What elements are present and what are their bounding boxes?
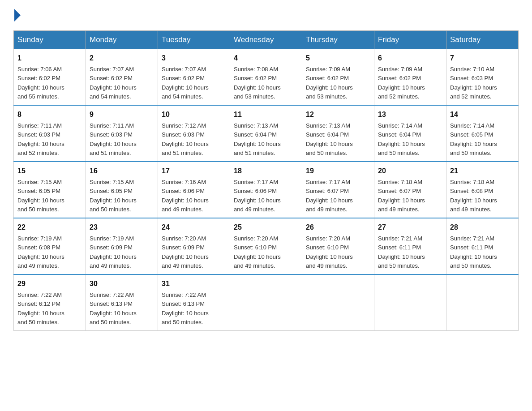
day-number: 17 [162, 166, 226, 176]
calendar-cell: 27Sunrise: 7:21 AMSunset: 6:11 PMDayligh… [374, 218, 446, 274]
day-number: 21 [450, 166, 515, 176]
calendar-cell [446, 274, 519, 331]
day-info: Sunrise: 7:09 AMSunset: 6:02 PMDaylight:… [306, 66, 353, 100]
header-thursday: Thursday [302, 31, 374, 49]
day-info: Sunrise: 7:13 AMSunset: 6:04 PMDaylight:… [306, 122, 353, 156]
day-number: 10 [162, 109, 226, 120]
day-number: 15 [17, 166, 82, 176]
calendar-cell: 17Sunrise: 7:16 AMSunset: 6:06 PMDayligh… [158, 162, 230, 218]
calendar-cell: 3Sunrise: 7:07 AMSunset: 6:02 PMDaylight… [158, 49, 230, 106]
day-info: Sunrise: 7:15 AMSunset: 6:05 PMDaylight:… [17, 179, 64, 213]
day-info: Sunrise: 7:11 AMSunset: 6:03 PMDaylight:… [90, 122, 137, 156]
day-info: Sunrise: 7:22 AMSunset: 6:13 PMDaylight:… [90, 291, 137, 325]
calendar-cell: 19Sunrise: 7:17 AMSunset: 6:07 PMDayligh… [302, 162, 374, 218]
calendar-cell: 13Sunrise: 7:14 AMSunset: 6:04 PMDayligh… [374, 105, 446, 162]
calendar-cell: 12Sunrise: 7:13 AMSunset: 6:04 PMDayligh… [302, 105, 374, 162]
calendar-cell: 2Sunrise: 7:07 AMSunset: 6:02 PMDaylight… [86, 49, 158, 106]
calendar-cell: 16Sunrise: 7:15 AMSunset: 6:05 PMDayligh… [86, 162, 158, 218]
calendar-cell: 8Sunrise: 7:11 AMSunset: 6:03 PMDaylight… [14, 105, 86, 162]
day-number: 9 [90, 109, 154, 120]
day-number: 5 [306, 53, 370, 64]
day-info: Sunrise: 7:18 AMSunset: 6:08 PMDaylight:… [450, 179, 497, 213]
day-number: 27 [378, 222, 442, 233]
day-number: 14 [450, 109, 515, 120]
day-info: Sunrise: 7:17 AMSunset: 6:06 PMDaylight:… [234, 179, 281, 213]
day-info: Sunrise: 7:12 AMSunset: 6:03 PMDaylight:… [162, 122, 209, 156]
calendar-cell: 5Sunrise: 7:09 AMSunset: 6:02 PMDaylight… [302, 49, 374, 106]
calendar-cell: 18Sunrise: 7:17 AMSunset: 6:06 PMDayligh… [230, 162, 302, 218]
day-number: 8 [17, 109, 82, 120]
day-number: 29 [17, 278, 82, 289]
calendar-week-1: 1Sunrise: 7:06 AMSunset: 6:02 PMDaylight… [14, 49, 519, 106]
logo-arrow-icon [14, 9, 21, 21]
day-info: Sunrise: 7:21 AMSunset: 6:11 PMDaylight:… [450, 235, 497, 269]
day-info: Sunrise: 7:08 AMSunset: 6:02 PMDaylight:… [234, 66, 281, 100]
day-info: Sunrise: 7:07 AMSunset: 6:02 PMDaylight:… [162, 66, 209, 100]
calendar-cell: 24Sunrise: 7:20 AMSunset: 6:09 PMDayligh… [158, 218, 230, 274]
header-monday: Monday [86, 31, 158, 49]
day-info: Sunrise: 7:18 AMSunset: 6:07 PMDaylight:… [378, 179, 425, 213]
day-info: Sunrise: 7:10 AMSunset: 6:03 PMDaylight:… [450, 66, 497, 100]
day-number: 18 [234, 166, 298, 176]
calendar-cell: 26Sunrise: 7:20 AMSunset: 6:10 PMDayligh… [302, 218, 374, 274]
calendar-week-3: 15Sunrise: 7:15 AMSunset: 6:05 PMDayligh… [14, 162, 519, 218]
day-info: Sunrise: 7:06 AMSunset: 6:02 PMDaylight:… [17, 66, 64, 100]
calendar-cell: 10Sunrise: 7:12 AMSunset: 6:03 PMDayligh… [158, 105, 230, 162]
calendar-week-5: 29Sunrise: 7:22 AMSunset: 6:12 PMDayligh… [14, 274, 519, 331]
calendar-cell: 14Sunrise: 7:14 AMSunset: 6:05 PMDayligh… [446, 105, 519, 162]
calendar-cell [374, 274, 446, 331]
day-number: 22 [17, 222, 82, 233]
calendar-cell: 4Sunrise: 7:08 AMSunset: 6:02 PMDaylight… [230, 49, 302, 106]
day-info: Sunrise: 7:07 AMSunset: 6:02 PMDaylight:… [90, 66, 137, 100]
calendar-cell: 31Sunrise: 7:22 AMSunset: 6:13 PMDayligh… [158, 274, 230, 331]
day-number: 16 [90, 166, 154, 176]
calendar-cell: 9Sunrise: 7:11 AMSunset: 6:03 PMDaylight… [86, 105, 158, 162]
day-info: Sunrise: 7:19 AMSunset: 6:09 PMDaylight:… [90, 235, 137, 269]
day-number: 30 [90, 278, 154, 289]
day-number: 3 [162, 53, 226, 64]
calendar-cell: 7Sunrise: 7:10 AMSunset: 6:03 PMDaylight… [446, 49, 519, 106]
day-info: Sunrise: 7:09 AMSunset: 6:02 PMDaylight:… [378, 66, 425, 100]
day-number: 13 [378, 109, 442, 120]
calendar-cell: 21Sunrise: 7:18 AMSunset: 6:08 PMDayligh… [446, 162, 519, 218]
day-number: 31 [162, 278, 226, 289]
day-number: 25 [234, 222, 298, 233]
calendar-header-row: SundayMondayTuesdayWednesdayThursdayFrid… [14, 31, 519, 49]
day-info: Sunrise: 7:20 AMSunset: 6:10 PMDaylight:… [234, 235, 281, 269]
calendar-cell: 11Sunrise: 7:13 AMSunset: 6:04 PMDayligh… [230, 105, 302, 162]
day-number: 2 [90, 53, 154, 64]
day-info: Sunrise: 7:15 AMSunset: 6:05 PMDaylight:… [90, 179, 137, 213]
day-number: 4 [234, 53, 298, 64]
header-wednesday: Wednesday [230, 31, 302, 49]
day-number: 24 [162, 222, 226, 233]
day-info: Sunrise: 7:22 AMSunset: 6:12 PMDaylight:… [17, 291, 64, 325]
header-friday: Friday [374, 31, 446, 49]
calendar-cell: 6Sunrise: 7:09 AMSunset: 6:02 PMDaylight… [374, 49, 446, 106]
calendar-cell: 20Sunrise: 7:18 AMSunset: 6:07 PMDayligh… [374, 162, 446, 218]
day-info: Sunrise: 7:22 AMSunset: 6:13 PMDaylight:… [162, 291, 209, 325]
header-saturday: Saturday [446, 31, 519, 49]
day-number: 1 [17, 53, 82, 64]
header-tuesday: Tuesday [158, 31, 230, 49]
day-info: Sunrise: 7:16 AMSunset: 6:06 PMDaylight:… [162, 179, 209, 213]
calendar-week-2: 8Sunrise: 7:11 AMSunset: 6:03 PMDaylight… [14, 105, 519, 162]
logo-text [13, 9, 21, 21]
calendar-cell: 29Sunrise: 7:22 AMSunset: 6:12 PMDayligh… [14, 274, 86, 331]
header-sunday: Sunday [14, 31, 86, 49]
day-number: 26 [306, 222, 370, 233]
day-number: 28 [450, 222, 515, 233]
calendar-table: SundayMondayTuesdayWednesdayThursdayFrid… [13, 30, 519, 331]
calendar-cell: 23Sunrise: 7:19 AMSunset: 6:09 PMDayligh… [86, 218, 158, 274]
logo [13, 9, 21, 21]
day-info: Sunrise: 7:20 AMSunset: 6:10 PMDaylight:… [306, 235, 353, 269]
calendar-cell: 30Sunrise: 7:22 AMSunset: 6:13 PMDayligh… [86, 274, 158, 331]
page-header [13, 9, 519, 21]
day-number: 23 [90, 222, 154, 233]
day-info: Sunrise: 7:17 AMSunset: 6:07 PMDaylight:… [306, 179, 353, 213]
day-info: Sunrise: 7:21 AMSunset: 6:11 PMDaylight:… [378, 235, 425, 269]
calendar-cell: 1Sunrise: 7:06 AMSunset: 6:02 PMDaylight… [14, 49, 86, 106]
calendar-cell: 15Sunrise: 7:15 AMSunset: 6:05 PMDayligh… [14, 162, 86, 218]
day-info: Sunrise: 7:13 AMSunset: 6:04 PMDaylight:… [234, 122, 281, 156]
day-number: 7 [450, 53, 515, 64]
day-info: Sunrise: 7:11 AMSunset: 6:03 PMDaylight:… [17, 122, 64, 156]
